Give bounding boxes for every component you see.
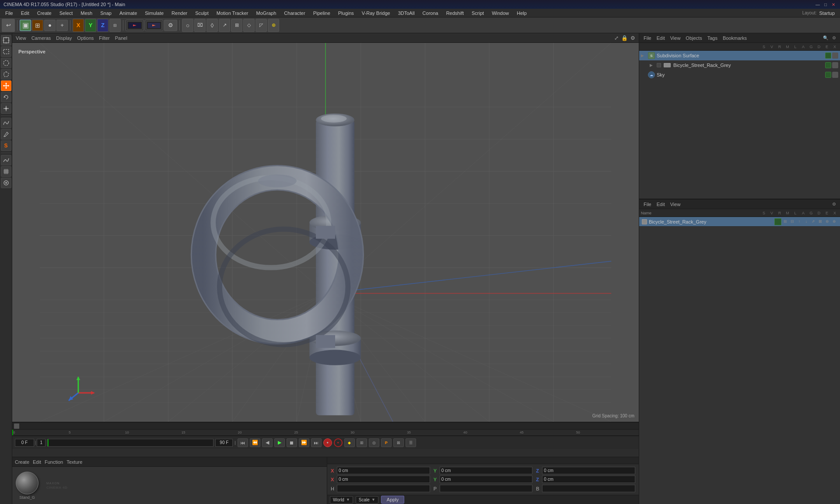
z-size-input[interactable] bbox=[542, 476, 635, 483]
menu-3dto[interactable]: 3DToAll bbox=[395, 10, 418, 17]
obj-item-sky[interactable]: ☁ Sky bbox=[639, 70, 840, 80]
attr-item-rack[interactable]: Bicycle_Street_Rack_Grey ⊞ ⊟ ↑ ↓ ⇗ ⊠ ⊛ ⊕ bbox=[639, 217, 840, 227]
menu-pipeline[interactable]: Pipeline bbox=[310, 10, 334, 17]
move-tool[interactable] bbox=[1, 80, 11, 91]
p-input[interactable] bbox=[440, 485, 533, 492]
next-frame-button[interactable]: ⏩ bbox=[299, 438, 309, 447]
menu-window[interactable]: Window bbox=[488, 10, 512, 17]
rotate-tool[interactable] bbox=[1, 92, 11, 102]
timeline-list-button[interactable]: ☰ bbox=[406, 438, 416, 447]
rope-tool[interactable] bbox=[1, 155, 11, 165]
frame-step-input[interactable] bbox=[37, 439, 46, 447]
minimize-button[interactable]: — bbox=[815, 1, 821, 7]
x-pos-input[interactable] bbox=[337, 467, 430, 474]
camera-button[interactable]: ⌧ bbox=[194, 19, 206, 32]
timeline-scrubber[interactable] bbox=[47, 439, 214, 447]
attr-menu-edit[interactable]: Edit bbox=[655, 202, 667, 207]
menu-mesh[interactable]: Mesh bbox=[77, 10, 96, 17]
mode-model-button[interactable]: ▣ bbox=[20, 20, 31, 31]
select-rect-tool[interactable] bbox=[1, 46, 11, 57]
maximize-button[interactable]: □ bbox=[822, 1, 829, 7]
prev-frame-button[interactable]: ⏪ bbox=[250, 438, 260, 447]
attr-ctrl-6[interactable]: ⇗ bbox=[810, 218, 816, 224]
menu-edit[interactable]: Edit bbox=[18, 10, 33, 17]
scale-dropdown[interactable]: Scale ▼ bbox=[356, 496, 378, 504]
mode-add-button[interactable]: + bbox=[56, 20, 68, 31]
sky-visible-dot[interactable] bbox=[825, 72, 831, 78]
b-input[interactable] bbox=[542, 485, 635, 492]
obj-search-icon[interactable]: 🔍 bbox=[822, 35, 829, 42]
rack-render-dot[interactable] bbox=[832, 62, 838, 68]
scale-tool[interactable] bbox=[1, 103, 11, 114]
attr-settings-icon[interactable]: ⚙ bbox=[830, 201, 837, 208]
menu-plugins[interactable]: Plugins bbox=[335, 10, 357, 17]
obj-menu-edit[interactable]: Edit bbox=[655, 35, 667, 41]
obj-menu-bookmarks[interactable]: Bookmarks bbox=[721, 35, 749, 41]
key-all-button[interactable]: ⊞ bbox=[357, 438, 367, 447]
smear-tool[interactable]: S bbox=[1, 140, 11, 151]
viewport-settings-icon[interactable]: ⚙ bbox=[630, 35, 635, 41]
menu-help[interactable]: Help bbox=[513, 10, 530, 17]
y-size-input[interactable] bbox=[440, 476, 533, 483]
world-dropdown[interactable]: World ▼ bbox=[330, 496, 353, 504]
record-auto-button[interactable]: ● bbox=[334, 438, 343, 447]
undo-button[interactable]: ↩ bbox=[2, 19, 15, 32]
timeline-collapse-icon[interactable] bbox=[14, 424, 19, 429]
attr-ctrl-7[interactable]: ⊠ bbox=[817, 218, 823, 224]
obj-menu-file[interactable]: File bbox=[642, 35, 653, 41]
attr-ctrl-5[interactable]: ↓ bbox=[803, 218, 809, 224]
y-axis-button[interactable]: Y bbox=[85, 19, 96, 32]
mat-menu-texture[interactable]: Texture bbox=[66, 459, 82, 465]
play-button[interactable]: ▶ bbox=[274, 438, 285, 447]
select-poly-tool[interactable] bbox=[1, 69, 11, 80]
light-button[interactable]: ○ bbox=[182, 19, 193, 32]
mode-select-button[interactable]: ⊞ bbox=[32, 20, 43, 31]
end-frame-input[interactable] bbox=[215, 439, 233, 447]
z-axis-button[interactable]: Z bbox=[97, 19, 108, 32]
attr-menu-file[interactable]: File bbox=[642, 202, 653, 207]
menu-motion-tracker[interactable]: Motion Tracker bbox=[213, 10, 252, 17]
timeline-ruler[interactable]: 0 5 10 15 20 25 30 35 40 45 50 bbox=[12, 430, 639, 436]
grid-button[interactable]: ⊞ bbox=[231, 19, 242, 32]
x-size-input[interactable] bbox=[337, 476, 430, 483]
menu-script[interactable]: Script bbox=[468, 10, 487, 17]
menu-create[interactable]: Create bbox=[34, 10, 55, 17]
play-reverse-button[interactable]: ◀ bbox=[262, 438, 273, 447]
apply-button[interactable]: Apply bbox=[381, 496, 405, 504]
timeline-mode-button[interactable]: ⊠ bbox=[393, 438, 404, 447]
attr-ctrl-8[interactable]: ⊛ bbox=[824, 218, 830, 224]
viewport-tab-filter[interactable]: Filter bbox=[99, 35, 109, 41]
viewport-tab-panel[interactable]: Panel bbox=[115, 35, 127, 41]
menu-snap[interactable]: Snap bbox=[97, 10, 115, 17]
viewport-tab-display[interactable]: Display bbox=[56, 35, 72, 41]
play-mode-button[interactable]: P bbox=[381, 438, 392, 447]
viewport-expand-icon[interactable]: ⤢ bbox=[614, 35, 619, 41]
obj-item-bicycle-rack[interactable]: ▶ Bicycle_Street_Rack_Grey bbox=[639, 60, 840, 70]
mat-menu-function[interactable]: Function bbox=[45, 459, 63, 465]
sky-render-dot[interactable] bbox=[832, 72, 838, 78]
x-axis-button[interactable]: X bbox=[73, 19, 84, 32]
render-active-button[interactable] bbox=[145, 20, 163, 31]
subdiv-visible-dot[interactable] bbox=[825, 52, 831, 59]
all-axis-button[interactable]: ⊟ bbox=[109, 19, 121, 32]
mat-menu-edit[interactable]: Edit bbox=[33, 459, 41, 465]
menu-render[interactable]: Render bbox=[168, 10, 191, 17]
obj-menu-objects[interactable]: Objects bbox=[684, 35, 704, 41]
obj-settings-icon[interactable]: ⚙ bbox=[830, 35, 837, 42]
close-button[interactable]: ✕ bbox=[830, 1, 836, 7]
display-button[interactable]: ◇ bbox=[243, 19, 255, 32]
spline-tool[interactable] bbox=[1, 118, 11, 128]
select-circle-tool[interactable] bbox=[1, 58, 11, 68]
menu-redshift[interactable]: Redshift bbox=[443, 10, 467, 17]
sky-button[interactable]: ◊ bbox=[206, 19, 218, 32]
menu-animate[interactable]: Animate bbox=[116, 10, 140, 17]
menu-character[interactable]: Character bbox=[280, 10, 308, 17]
lamp-button[interactable]: ⊛ bbox=[268, 19, 279, 32]
key-sel-button[interactable]: ◎ bbox=[369, 438, 379, 447]
grid-deform-tool[interactable] bbox=[1, 166, 11, 177]
attr-ctrl-3[interactable]: ⊟ bbox=[789, 218, 795, 224]
obj-menu-view[interactable]: View bbox=[668, 35, 682, 41]
menu-sculpt[interactable]: Sculpt bbox=[192, 10, 212, 17]
menu-vray[interactable]: V-Ray Bridge bbox=[358, 10, 394, 17]
render-viewport-button[interactable] bbox=[126, 20, 144, 31]
